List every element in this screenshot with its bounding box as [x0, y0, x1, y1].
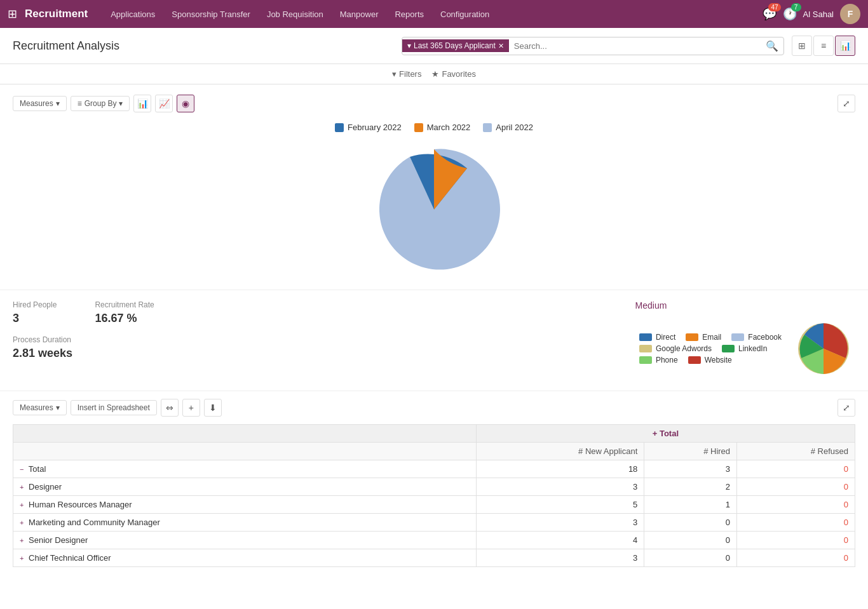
senior-designer-hired: 0	[644, 532, 737, 549]
legend-feb: February 2022	[335, 123, 402, 132]
avatar[interactable]: F	[840, 4, 860, 24]
process-duration-label: Process Duration	[13, 335, 421, 344]
table-section: Measures ▾ Insert in Spreadsheet ⇔ + ⬇ ⤢…	[0, 391, 868, 580]
collapse-total-icon[interactable]: −	[20, 465, 24, 473]
email-color	[686, 333, 698, 341]
table-row: + Human Resources Manager 5 1 0	[13, 496, 855, 514]
table-toolbar: Measures ▾ Insert in Spreadsheet ⇔ + ⬇ ⤢	[13, 391, 855, 424]
col-header-hired: # Hired	[644, 443, 737, 460]
stats-row: Hired People 3 Recruitment Rate 16.67 %	[13, 300, 421, 335]
expand-designer-icon[interactable]: +	[20, 483, 24, 491]
legend-color-apr	[483, 123, 492, 132]
pie-chart-button[interactable]: ◉	[177, 95, 194, 112]
updates-button[interactable]: 🕐 7	[783, 7, 797, 21]
expand-chart-button[interactable]: ⤢	[837, 95, 855, 112]
search-bar: ▾ Last 365 Days Applicant ✕ 🔍	[402, 37, 784, 55]
chart-view-button[interactable]: 📊	[835, 36, 855, 56]
bar-chart-button[interactable]: 📊	[133, 95, 151, 112]
column-settings-button[interactable]: ⇔	[161, 399, 179, 417]
phone-label: Phone	[656, 356, 678, 365]
hired-people-stat: Hired People 3	[13, 300, 57, 325]
cto-refused: 0	[737, 549, 855, 567]
medium-legend-google: Google Adwords	[639, 344, 712, 353]
list-view-button[interactable]: ≡	[813, 36, 834, 56]
process-duration-value: 2.81 weeks	[13, 347, 421, 360]
download-button[interactable]: ⬇	[204, 399, 222, 417]
direct-color	[639, 333, 652, 341]
search-filter-tag[interactable]: ▾ Last 365 Days Applicant ✕	[402, 39, 509, 52]
legend-color-mar	[414, 123, 423, 132]
col-header-new-applicant: # New Applicant	[476, 443, 644, 460]
medium-legend-row-2: Google Adwords LinkedIn	[639, 344, 782, 353]
marketing-new-applicant: 3	[476, 514, 644, 532]
recruitment-rate-stat: Recruitment Rate 16.67 %	[95, 300, 154, 325]
process-duration-stat: Process Duration 2.81 weeks	[13, 335, 421, 360]
star-icon: ★	[431, 69, 439, 79]
expand-marketing-icon[interactable]: +	[20, 519, 24, 526]
cto-label: Chief Technical Officer	[29, 553, 111, 563]
group-by-button[interactable]: ≡ Group By ▾	[71, 96, 130, 111]
row-label-senior-designer: + Senior Designer	[13, 532, 477, 549]
add-column-button[interactable]: +	[182, 399, 200, 417]
table-total-label: + Total	[476, 425, 855, 443]
page-header: Recruitment Analysis ▾ Last 365 Days App…	[0, 28, 868, 64]
medium-legend-facebook: Facebook	[731, 333, 782, 342]
filter-tag-label: Last 365 Days Applicant	[414, 41, 496, 50]
total-row-label: − Total	[13, 460, 477, 478]
notifications-button[interactable]: 💬 47	[763, 7, 776, 21]
insert-spreadsheet-label: Insert in Spreadsheet	[78, 403, 150, 412]
direct-label: Direct	[656, 333, 675, 342]
expand-cto-icon[interactable]: +	[20, 554, 24, 562]
medium-legend-direct: Direct	[639, 333, 675, 342]
username-label[interactable]: Al Sahal	[803, 10, 834, 19]
legend-label-apr: April 2022	[496, 123, 533, 132]
google-label: Google Adwords	[656, 344, 712, 353]
table-row: + Chief Technical Officer 3 0 0	[13, 549, 855, 567]
page-title: Recruitment Analysis	[13, 39, 394, 53]
hr-refused: 0	[737, 496, 855, 514]
table-measures-dropdown-icon: ▾	[56, 403, 60, 412]
nav-configuration[interactable]: Configuration	[433, 6, 497, 23]
total-refused: 0	[737, 460, 855, 478]
notifications-badge: 47	[768, 3, 780, 11]
legend-label-mar: March 2022	[427, 123, 471, 132]
hired-people-label: Hired People	[13, 300, 57, 309]
nav-manpower[interactable]: Manpower	[332, 6, 386, 23]
filters-button[interactable]: ▾ Filters	[392, 69, 421, 79]
nav-job-requisition[interactable]: Job Requisition	[259, 6, 331, 23]
legend-color-feb	[335, 123, 344, 132]
nav-sponsorship-transfer[interactable]: Sponsorship Transfer	[164, 6, 258, 23]
chart-legend: February 2022 March 2022 April 2022	[335, 123, 533, 132]
nav-reports[interactable]: Reports	[387, 6, 431, 23]
search-submit-button[interactable]: 🔍	[761, 37, 783, 55]
table-measures-label: Measures	[20, 403, 53, 412]
filter-icon: ▾	[407, 41, 411, 50]
expand-senior-designer-icon[interactable]: +	[20, 537, 24, 544]
medium-legend-row-3: Phone Website	[639, 356, 782, 365]
kanban-view-button[interactable]: ⊞	[792, 36, 812, 56]
row-label-cto: + Chief Technical Officer	[13, 549, 477, 567]
hr-hired: 1	[644, 496, 737, 514]
favorites-button[interactable]: ★ Favorites	[431, 69, 475, 79]
nav-applications[interactable]: Applications	[103, 6, 163, 23]
filter-funnel-icon: ▾	[392, 69, 397, 79]
expand-table-button[interactable]: ⤢	[837, 399, 855, 417]
hr-manager-label: Human Resources Manager	[29, 500, 132, 509]
insert-spreadsheet-button[interactable]: Insert in Spreadsheet	[71, 400, 157, 415]
measures-button[interactable]: Measures ▾	[13, 96, 67, 111]
filter-bar: ▾ Filters ★ Favorites	[0, 64, 868, 84]
updates-badge: 7	[791, 3, 801, 11]
apps-grid-icon[interactable]: ⊞	[8, 7, 17, 21]
medium-section: Medium Direct Email F	[434, 290, 868, 391]
total-new-applicant: 18	[476, 460, 644, 478]
line-chart-button[interactable]: 📈	[155, 95, 173, 112]
medium-legend-website: Website	[688, 356, 732, 365]
cto-hired: 0	[644, 549, 737, 567]
data-table: + Total # New Applicant # Hired # Refuse…	[13, 424, 855, 567]
expand-hr-icon[interactable]: +	[20, 501, 24, 509]
total-label: Total	[29, 464, 46, 474]
table-measures-button[interactable]: Measures ▾	[13, 400, 67, 415]
designer-new-applicant: 3	[476, 478, 644, 496]
search-input[interactable]	[509, 39, 761, 53]
filter-remove-button[interactable]: ✕	[498, 42, 504, 50]
